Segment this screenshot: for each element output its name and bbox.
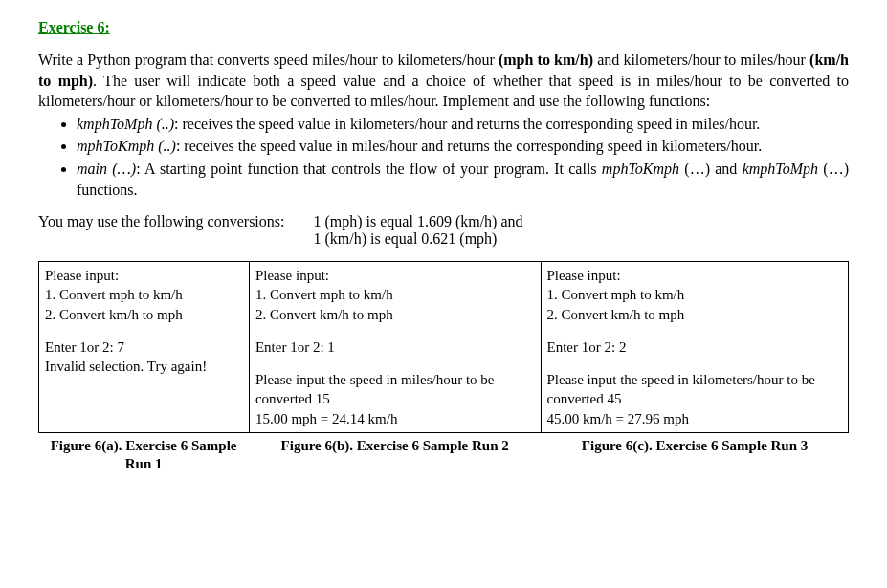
conversions-values: 1 (mph) is equal 1.609 (km/h) and 1 (km/…: [313, 213, 849, 248]
func-desc: : receives the speed value in kilometers…: [174, 116, 760, 132]
exercise-title: Exercise 6:: [38, 19, 849, 36]
conversions-row: You may use the following conversions: 1…: [38, 213, 849, 248]
sample-line: Please input:: [45, 266, 243, 285]
intro-bold-1: (mph to km/h): [499, 52, 593, 68]
caption-b: Figure 6(b). Exercise 6 Sample Run 2: [249, 437, 541, 474]
sample-line: Enter 1or 2: 1: [255, 338, 535, 357]
caption-a: Figure 6(a). Exercise 6 Sample Run 1: [38, 437, 249, 474]
conversions-label: You may use the following conversions:: [38, 213, 313, 248]
captions-row: Figure 6(a). Exercise 6 Sample Run 1 Fig…: [38, 437, 849, 474]
intro-text-3: . The user will indicate both a speed va…: [38, 73, 849, 110]
sample-line: 2. Convert km/h to mph: [255, 305, 535, 324]
sample-c-cell: Please input: 1. Convert mph to km/h 2. …: [541, 262, 849, 433]
sample-line: 15.00 mph = 24.14 km/h: [255, 409, 535, 428]
intro-paragraph: Write a Python program that converts spe…: [38, 50, 849, 112]
intro-text-2: and kilometers/hour to miles/hour: [593, 52, 809, 68]
func-desc-a: : A starting point function that control…: [136, 161, 602, 177]
func-desc: : receives the speed value in miles/hour…: [176, 138, 762, 154]
sample-a-cell: Please input: 1. Convert mph to km/h 2. …: [39, 262, 250, 433]
function-list: kmphToMph (..): receives the speed value…: [77, 114, 849, 200]
list-item: mphToKmph (..): receives the speed value…: [77, 136, 849, 157]
sample-line: 2. Convert km/h to mph: [547, 305, 843, 324]
list-item: main (…): A starting point function that…: [77, 159, 849, 200]
func-desc-b: (…) and: [679, 161, 743, 177]
conversion-line-2: 1 (km/h) is equal 0.621 (mph): [313, 230, 849, 248]
conversion-line-1: 1 (mph) is equal 1.609 (km/h) and: [313, 213, 849, 230]
sample-runs-table: Please input: 1. Convert mph to km/h 2. …: [38, 261, 849, 433]
sample-line: 45.00 km/h = 27.96 mph: [547, 409, 843, 428]
sample-line: Please input:: [255, 266, 535, 285]
sample-line: Please input the speed in miles/hour to …: [255, 370, 535, 409]
sample-line: Please input:: [547, 266, 843, 285]
func-call-2: kmphToMph: [743, 161, 818, 177]
func-name-mphtokmph: mphToKmph (..): [77, 138, 176, 154]
intro-text-1: Write a Python program that converts spe…: [38, 52, 499, 68]
func-name-main: main (…): [77, 161, 136, 177]
sample-line: 1. Convert mph to km/h: [255, 285, 535, 304]
sample-b-cell: Please input: 1. Convert mph to km/h 2. …: [249, 262, 541, 433]
sample-line: Enter 1or 2: 2: [547, 338, 843, 357]
sample-line: 1. Convert mph to km/h: [547, 285, 843, 304]
sample-line: Enter 1or 2: 7: [45, 338, 243, 357]
sample-line: 1. Convert mph to km/h: [45, 285, 243, 304]
list-item: kmphToMph (..): receives the speed value…: [77, 114, 849, 135]
func-call-1: mphToKmph: [602, 161, 679, 177]
func-name-kmphtomph: kmphToMph (..): [77, 116, 174, 132]
sample-line: Please input the speed in kilometers/hou…: [547, 370, 843, 409]
sample-line: 2. Convert km/h to mph: [45, 305, 243, 324]
sample-line: Invalid selection. Try again!: [45, 357, 243, 376]
caption-c: Figure 6(c). Exercise 6 Sample Run 3: [541, 437, 849, 474]
